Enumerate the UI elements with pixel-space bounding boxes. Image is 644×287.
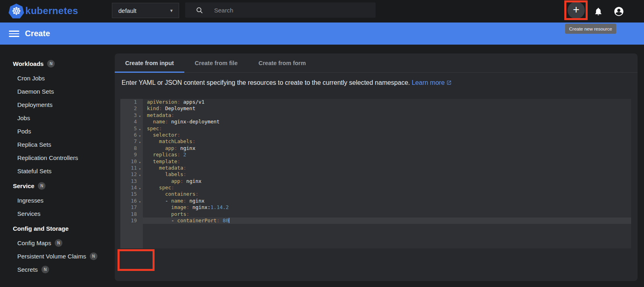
fold-arrow-icon[interactable]: ▾: [137, 132, 143, 138]
bell-icon: [594, 7, 603, 16]
yaml-editor[interactable]: 123▾45▾6▾7▾8910▾11▾12▾1314▾1516▾171819 a…: [120, 99, 631, 248]
account-circle-icon: [613, 6, 624, 17]
fold-arrow-icon[interactable]: ▾: [137, 138, 143, 145]
menu-icon[interactable]: [9, 31, 19, 37]
editor-code[interactable]: apiVersion: apps/v1kind: Deploymentmetad…: [143, 99, 631, 248]
namespaced-badge: N: [47, 60, 55, 68]
sidebar-item-replica-sets[interactable]: Replica Sets: [13, 138, 115, 151]
namespaced-badge: N: [55, 239, 62, 247]
code-line-4: name: nginx-deployment: [147, 119, 631, 125]
sidebar-header-workloads[interactable]: WorkloadsN: [13, 58, 115, 69]
nav-group-config-and-storage: Config and StorageConfig MapsNPersistent…: [13, 223, 115, 276]
namespace-select[interactable]: default ▼: [112, 3, 179, 18]
sidebar-item-services[interactable]: Services: [13, 207, 115, 220]
code-line-18: ports:: [147, 211, 631, 217]
fold-arrow-icon[interactable]: ▾: [137, 171, 143, 178]
code-line-7: matchLabels:: [147, 138, 631, 145]
code-line-14: spec:: [147, 184, 631, 191]
tab-create-from-file[interactable]: Create from file: [184, 53, 248, 72]
create-description: Enter YAML or JSON content specifying th…: [122, 79, 452, 87]
code-line-5: spec:: [147, 125, 631, 132]
app-bar: Create: [0, 23, 644, 45]
fold-arrow-icon[interactable]: ▾: [137, 112, 143, 119]
code-line-13: app: nginx: [147, 178, 631, 184]
namespaced-badge: N: [38, 182, 45, 190]
sidebar-item-deployments[interactable]: Deployments: [13, 98, 115, 111]
code-line-16: - name: nginx: [147, 198, 631, 204]
search-icon: [196, 6, 203, 14]
brand-wordmark: kubernetes: [25, 5, 78, 16]
namespace-value: default: [118, 7, 136, 14]
sidebar-item-replication-controllers[interactable]: Replication Controllers: [13, 151, 115, 164]
namespaced-badge: N: [90, 252, 97, 260]
fold-arrow-icon[interactable]: ▾: [137, 158, 143, 165]
fold-arrow-icon[interactable]: ▾: [137, 125, 143, 132]
top-bar: ☸ kubernetes default ▼ +: [0, 0, 644, 23]
kubernetes-logo-icon: ☸: [8, 4, 24, 19]
sidebar-nav: WorkloadsNCron JobsDaemon SetsDeployment…: [0, 45, 115, 287]
code-line-11: metadata:: [147, 165, 631, 171]
nav-group-workloads: WorkloadsNCron JobsDaemon SetsDeployment…: [13, 58, 115, 178]
create-card: Create from inputCreate from fileCreate …: [115, 53, 638, 281]
code-line-15: containers:: [147, 191, 631, 197]
sidebar-item-config-maps[interactable]: Config MapsN: [13, 236, 115, 250]
tooltip-create-new-resource: Create new resource: [565, 24, 616, 34]
account-button[interactable]: [613, 5, 625, 18]
sidebar-item-ingresses[interactable]: Ingresses: [13, 194, 115, 207]
chevron-down-icon: ▼: [169, 8, 173, 13]
sidebar-item-stateful-sets[interactable]: Stateful Sets: [13, 164, 115, 178]
learn-more-link[interactable]: Learn more: [412, 79, 452, 86]
code-line-9: replicas: 2: [147, 152, 631, 158]
namespaced-badge: N: [41, 266, 49, 273]
tab-create-from-form[interactable]: Create from form: [248, 53, 316, 72]
sidebar-item-pods[interactable]: Pods: [13, 125, 115, 138]
tab-bar: Create from inputCreate from fileCreate …: [115, 53, 638, 73]
code-line-17: image: nginx:1.14.2: [147, 204, 631, 211]
search-input[interactable]: [214, 7, 347, 14]
search-bar[interactable]: [185, 2, 376, 18]
code-line-10: template:: [147, 158, 631, 165]
editor-gutter: 123▾45▾6▾7▾8910▾11▾12▾1314▾1516▾171819: [120, 99, 143, 248]
code-line-8: app: nginx: [147, 145, 631, 152]
sidebar-item-jobs[interactable]: Jobs: [13, 111, 115, 125]
nav-group-service: ServiceNIngressesServices: [13, 180, 115, 220]
page-title: Create: [25, 29, 50, 38]
text-cursor: [229, 218, 229, 223]
sidebar-header-service[interactable]: ServiceN: [13, 180, 115, 191]
code-line-19: - containerPort: 80: [143, 217, 631, 224]
code-line-3: metadata:: [147, 112, 631, 119]
fold-arrow-icon[interactable]: ▾: [137, 198, 143, 204]
sidebar-item-persistent-volume-claims[interactable]: Persistent Volume ClaimsN: [13, 250, 115, 263]
plus-icon: +: [573, 4, 579, 15]
code-line-6: selector:: [147, 132, 631, 138]
sidebar-item-cron-jobs[interactable]: Cron Jobs: [13, 72, 115, 85]
sidebar-header-config-and-storage[interactable]: Config and Storage: [13, 223, 115, 234]
code-line-1: apiVersion: apps/v1: [147, 99, 631, 105]
code-line-12: labels:: [147, 171, 631, 178]
notifications-button[interactable]: [592, 5, 604, 17]
fold-arrow-icon[interactable]: ▾: [137, 165, 143, 171]
fold-arrow-icon[interactable]: ▾: [137, 184, 143, 191]
external-link-icon: [446, 80, 452, 87]
sidebar-item-daemon-sets[interactable]: Daemon Sets: [13, 85, 115, 98]
tab-create-from-input[interactable]: Create from input: [115, 53, 184, 72]
code-line-2: kind: Deployment: [147, 105, 631, 112]
create-resource-button[interactable]: +: [568, 2, 585, 19]
sidebar-item-secrets[interactable]: SecretsN: [13, 263, 115, 276]
